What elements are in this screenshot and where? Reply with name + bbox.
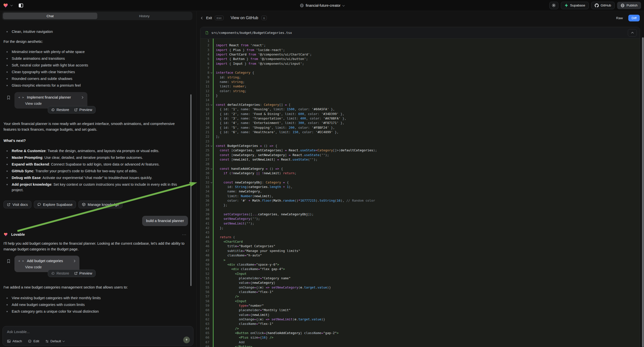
code-toolbar: Exit ESC View on GitHub G Raw Diff	[197, 11, 644, 25]
diff-toggle-button[interactable]: Diff	[628, 15, 640, 22]
publish-button[interactable]: Publish	[617, 2, 641, 9]
view-code-link[interactable]: View code	[25, 265, 75, 269]
preview-button[interactable]: Preview	[74, 271, 92, 275]
edit-button[interactable]: Edit	[28, 339, 39, 343]
restore-button[interactable]: Restore	[51, 271, 69, 275]
model-selector[interactable]: Default	[45, 339, 65, 343]
line-number: 21	[200, 130, 209, 134]
line-number: 8	[200, 70, 209, 75]
project-switcher[interactable]: financial-future-creator	[300, 0, 344, 11]
code-text: <ChartCard	[214, 240, 243, 244]
tab-chat[interactable]: Chat	[3, 13, 97, 19]
sidebar-toggle-button[interactable]	[18, 2, 24, 9]
globe-icon	[300, 4, 304, 8]
line-number: 20	[200, 126, 209, 130]
chat-input[interactable]: Ask Lovable...	[7, 330, 30, 334]
chat-paragraph: For the design aesthetic:	[4, 39, 185, 44]
message-menu-button[interactable]: ···	[182, 232, 190, 236]
fold-chevron-icon[interactable]	[210, 168, 212, 170]
collapse-file-button[interactable]	[628, 29, 637, 36]
code-line: 29 const handleAddCategory = () => {	[200, 166, 640, 171]
chevron-down-icon	[62, 340, 65, 342]
code-line: 27 const [newLimit, setNewLimit] = React…	[200, 157, 640, 162]
window-scrollbar[interactable]	[642, 37, 644, 347]
code-line: 61 value={newLimit}	[200, 313, 640, 317]
line-number: 46	[200, 244, 209, 248]
chat-message-list[interactable]: Clean, intuitive navigationFor the desig…	[0, 22, 196, 324]
view-code-link[interactable]: View code	[25, 102, 83, 106]
exit-label: Exit	[206, 16, 212, 20]
code-line: 65 <Button onClick={handleAddCategory} c…	[200, 331, 640, 335]
restore-preview-pill: RestorePreview	[48, 106, 96, 114]
code-diff-content[interactable]: 12import React from 'react';3import { Pl…	[200, 38, 640, 347]
code-line: 40 setNewCategory('');	[200, 216, 640, 221]
supabase-button[interactable]: Supabase	[561, 2, 589, 9]
line-number: 15	[200, 102, 209, 107]
code-text: />	[214, 326, 239, 331]
line-number: 40	[200, 216, 209, 221]
quick-actions-row: Visit docsExplore SupabaseManage knowled…	[4, 201, 190, 208]
action-button-manage-knowledge[interactable]: Manage knowledge	[78, 201, 122, 208]
send-button[interactable]	[183, 336, 190, 343]
restore-button[interactable]: Restore	[51, 108, 69, 112]
restore-preview-pill: RestorePreview	[48, 270, 96, 277]
fold-chevron-icon[interactable]	[210, 72, 212, 74]
view-on-github-button[interactable]: View on GitHub G	[230, 16, 267, 20]
fold-chevron-icon[interactable]	[210, 104, 212, 106]
line-number: 65	[200, 331, 209, 335]
user-message-bubble: build a financial planner	[142, 216, 188, 226]
target-icon	[28, 339, 32, 343]
model-label: Default	[50, 339, 61, 343]
raw-toggle-button[interactable]: Raw	[614, 15, 625, 21]
line-number: 5	[200, 57, 209, 61]
code-text: { id: '6', name: 'Healthcare', limit: 15…	[214, 130, 338, 134]
esc-shortcut-badge: ESC	[215, 16, 224, 20]
code-line: 12 color: string;	[200, 89, 640, 93]
code-line: 68 </Button>	[200, 344, 640, 347]
action-button-visit-docs[interactable]: Visit docs	[4, 201, 31, 208]
line-number: 61	[200, 313, 209, 317]
chat-scrollbar[interactable]	[190, 94, 192, 286]
github-button[interactable]: GitHub	[591, 2, 615, 9]
exit-button[interactable]: Exit ESC	[202, 16, 224, 20]
line-number: 32	[200, 180, 209, 185]
action-button-explore-supabase[interactable]: Explore Supabase	[34, 201, 76, 208]
fold-chevron-icon[interactable]	[210, 145, 212, 146]
attach-button[interactable]: Attach	[7, 339, 22, 343]
code-view-panel: Exit ESC View on GitHub G Raw Diff src/c…	[197, 11, 644, 347]
code-text	[214, 208, 216, 212]
action-button-label: Manage knowledge	[88, 202, 119, 206]
chevron-down-icon	[10, 4, 13, 6]
code-line: 38	[200, 208, 640, 212]
code-line: 6import { Input } from '@/components/ui/…	[200, 62, 640, 66]
code-text: }	[214, 93, 218, 98]
file-header[interactable]: src/components/budget/BudgetCategories.t…	[200, 27, 640, 38]
chat-bubble-icon	[37, 202, 41, 206]
tab-history[interactable]: History	[97, 13, 192, 19]
preview-button[interactable]: Preview	[74, 108, 92, 112]
code-text: const [newLimit, setNewLimit] = React.us…	[214, 157, 318, 162]
code-line: 10 name: string;	[200, 80, 640, 84]
code-text: </Button>	[214, 344, 252, 347]
bookmark-icon[interactable]	[7, 259, 10, 263]
code-line: 58 <Input	[200, 299, 640, 304]
line-number: 64	[200, 326, 209, 331]
code-text: id: string;	[214, 75, 241, 80]
code-line: 48 className="h-auto"	[200, 253, 640, 258]
chat-input-dock[interactable]: Ask Lovable... Attach Edit	[2, 326, 194, 346]
bookmark-icon[interactable]	[7, 96, 10, 100]
list-item: Add project knowledge: Set key context o…	[4, 182, 185, 193]
code-icon: < >	[18, 260, 24, 262]
code-text	[214, 162, 216, 166]
code-text: const [newCategory, setNewCategory] = Re…	[214, 153, 329, 157]
code-text: const BudgetCategories = () => {	[214, 144, 277, 148]
lovable-app-window: financial-future-creator Supabase	[0, 0, 644, 347]
open-preview-icon	[74, 108, 78, 112]
line-number: 59	[200, 304, 209, 308]
settings-button[interactable]	[550, 2, 558, 9]
lovable-logo-menu[interactable]	[3, 2, 12, 8]
line-number: 17	[200, 112, 209, 116]
list-item: Minimalist interface with plenty of whit…	[4, 49, 185, 54]
fold-chevron-icon[interactable]	[210, 182, 212, 183]
code-line: 53 placeholder="Category name"	[200, 276, 640, 280]
